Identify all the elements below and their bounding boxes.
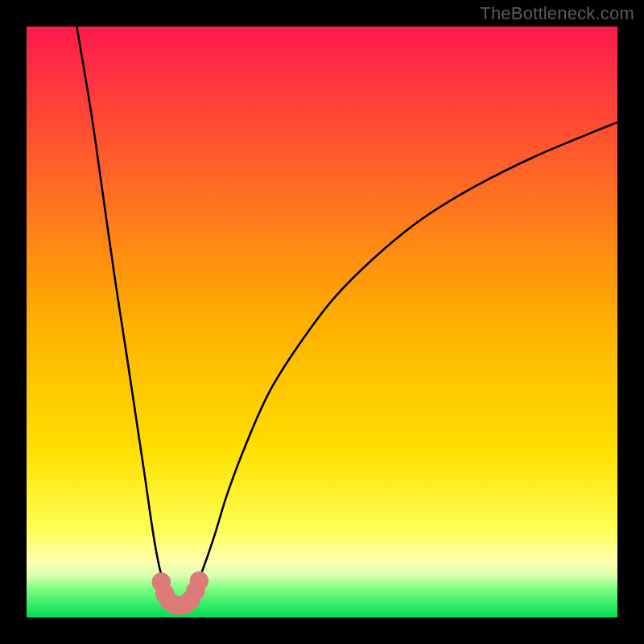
attribution-text: TheBottleneck.com [480, 3, 634, 24]
plot-area [27, 27, 617, 617]
valley-markers [152, 572, 208, 615]
valley-marker [190, 572, 208, 590]
curve-right-branch [186, 122, 617, 604]
curve-left-branch [76, 27, 174, 604]
curve-layer [27, 27, 617, 617]
outer-frame: TheBottleneck.com [0, 0, 644, 644]
